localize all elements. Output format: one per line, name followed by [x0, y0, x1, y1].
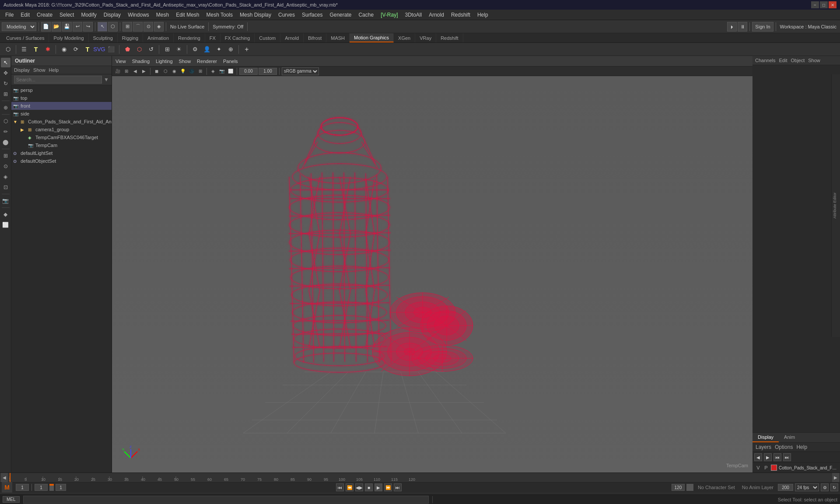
- outliner-menu-help[interactable]: Help: [49, 67, 59, 73]
- tab-animation[interactable]: Animation: [143, 33, 174, 42]
- lasso-tool-btn[interactable]: ⬡: [1, 116, 10, 126]
- go-to-start-btn[interactable]: ⏮: [336, 483, 344, 491]
- anim-prefs-btn[interactable]: ⚙: [821, 483, 829, 491]
- snap-point-button[interactable]: ⊙: [144, 22, 153, 32]
- snap-surface-btn[interactable]: ◈: [1, 172, 10, 182]
- tab-arnold[interactable]: Arnold: [280, 33, 304, 42]
- timeline-ruler[interactable]: 1 5 10 15 20 25 30 35 40 45 50 55 60 65: [8, 473, 832, 482]
- open-scene-button[interactable]: 📂: [52, 22, 61, 32]
- tab-motion-graphics[interactable]: Motion Graphics: [350, 33, 394, 42]
- show-btn[interactable]: Show: [808, 58, 820, 63]
- vp-far-clip-input[interactable]: [259, 68, 277, 75]
- outliner-search-input[interactable]: [14, 76, 102, 84]
- current-frame-input[interactable]: [16, 484, 29, 491]
- scale-tool-btn[interactable]: ⊞: [1, 89, 10, 99]
- tab-xgen[interactable]: XGen: [394, 33, 415, 42]
- tab-fx[interactable]: FX: [205, 33, 220, 42]
- shelf-icon-9[interactable]: ⬛: [106, 44, 116, 55]
- vp-fit-all-btn[interactable]: ⊞: [122, 67, 130, 75]
- menu-windows[interactable]: Windows: [124, 11, 153, 19]
- sign-in-button[interactable]: Sign In: [752, 22, 773, 32]
- layer-color-swatch[interactable]: [771, 465, 777, 471]
- menu-edit[interactable]: Edit: [17, 11, 33, 19]
- shelf-icon-14[interactable]: ☀: [174, 44, 184, 55]
- shelf-icon-11[interactable]: ⬡: [134, 44, 144, 55]
- tab-rendering[interactable]: Rendering: [174, 33, 205, 42]
- options-menu[interactable]: Options: [774, 444, 794, 451]
- outliner-item-camera1-group[interactable]: ▶ ⊞ camera1_group: [11, 126, 112, 133]
- vp-shadow-btn[interactable]: 🌑: [188, 67, 196, 75]
- play-fwd-btn[interactable]: ▶: [374, 483, 382, 491]
- tab-bifrost[interactable]: Bifrost: [304, 33, 326, 42]
- shelf-icon-10[interactable]: ⬟: [122, 44, 133, 55]
- shelf-icon-13[interactable]: ⊞: [162, 44, 172, 55]
- mel-input[interactable]: [23, 496, 429, 504]
- shelf-icon-4[interactable]: ✱: [42, 44, 53, 55]
- shelf-icon-15[interactable]: ⚙: [190, 44, 200, 55]
- timeline-playhead[interactable]: [10, 473, 10, 482]
- channels-btn[interactable]: Channels: [755, 58, 775, 63]
- object-btn[interactable]: Object: [791, 58, 805, 63]
- vp-next-frame-btn[interactable]: ▶: [140, 67, 148, 75]
- tab-redshift[interactable]: Redshift: [436, 33, 463, 42]
- vp-lighting-btn[interactable]: 💡: [179, 67, 187, 75]
- playback-controls-button[interactable]: ⏵: [727, 22, 737, 32]
- vp-colorspace-select[interactable]: sRGB gamma: [282, 67, 319, 75]
- play-back-btn[interactable]: ◀▶: [355, 483, 363, 491]
- menu-display[interactable]: Display: [100, 11, 124, 19]
- menu-curves[interactable]: Curves: [275, 11, 298, 19]
- outliner-item-front[interactable]: 📷 front: [11, 102, 112, 110]
- stop-btn[interactable]: ■: [365, 483, 373, 491]
- fps-select[interactable]: 24 fps: [795, 483, 819, 491]
- set-keyframe-btn[interactable]: ◆: [1, 210, 10, 219]
- sculpt-tool-btn[interactable]: ⬤: [1, 137, 10, 147]
- vp-wireframe-btn[interactable]: ⬡: [161, 67, 169, 75]
- outliner-item-default-light-set[interactable]: ⊙ defaultLightSet: [11, 149, 112, 157]
- menu-3dtoall[interactable]: 3DtoAll: [402, 11, 426, 19]
- rotate-tool-btn[interactable]: ↻: [1, 79, 10, 88]
- outliner-item-cotton-pads[interactable]: ▼ ⊞ Cotton_Pads_Stack_and_First_Aid_An: [11, 118, 112, 126]
- menu-file[interactable]: File: [2, 11, 17, 19]
- viewport-canvas[interactable]: TempCam X Y Z: [112, 76, 752, 472]
- shelf-icon-16[interactable]: 👤: [202, 44, 212, 55]
- layer-p-toggle[interactable]: P: [763, 465, 769, 470]
- undo-button[interactable]: ↩: [73, 22, 82, 32]
- new-scene-button[interactable]: 📄: [41, 22, 51, 32]
- lasso-select-button[interactable]: ⬡: [108, 22, 118, 32]
- menu-mesh-display[interactable]: Mesh Display: [236, 11, 275, 19]
- outliner-item-persp[interactable]: 📷 persp: [11, 86, 112, 94]
- shelf-icon-1[interactable]: ⬡: [3, 44, 13, 55]
- snap-view-btn[interactable]: ⊡: [1, 182, 10, 192]
- menu-arnold[interactable]: Arnold: [425, 11, 448, 19]
- vp-menu-show[interactable]: Show: [177, 59, 193, 64]
- shelf-icon-3[interactable]: T: [31, 44, 41, 55]
- vp-smooth-btn[interactable]: ◉: [170, 67, 178, 75]
- menu-surfaces[interactable]: Surfaces: [298, 11, 326, 19]
- help-menu[interactable]: Help: [795, 444, 808, 451]
- timeline-scroll-left[interactable]: ◀: [1, 473, 8, 482]
- vp-menu-panels[interactable]: Panels: [221, 59, 240, 64]
- layer-forward-btn[interactable]: ▶: [764, 453, 772, 461]
- outliner-search-dropdown[interactable]: ▼: [104, 77, 109, 83]
- shelf-icon-8[interactable]: SVG: [94, 44, 105, 55]
- display-tab[interactable]: Display: [752, 433, 779, 442]
- vp-isolate-btn[interactable]: ◈: [209, 67, 217, 75]
- outliner-item-top[interactable]: 📷 top: [11, 94, 112, 102]
- layers-menu[interactable]: Layers: [754, 444, 773, 451]
- vp-gate-btn[interactable]: ⬜: [227, 67, 234, 75]
- start-time-input[interactable]: [35, 484, 48, 491]
- tab-vray[interactable]: VRay: [415, 33, 436, 42]
- anim-tab[interactable]: Anim: [779, 433, 800, 442]
- shelf-icon-12[interactable]: ↺: [146, 44, 156, 55]
- menu-vray[interactable]: [V-Ray]: [377, 11, 401, 19]
- menu-modify[interactable]: Modify: [77, 11, 100, 19]
- edit-btn[interactable]: Edit: [779, 58, 787, 63]
- snap-curve-button[interactable]: ⌒: [133, 22, 143, 32]
- menu-create[interactable]: Create: [33, 11, 56, 19]
- vp-menu-renderer[interactable]: Renderer: [195, 59, 219, 64]
- auto-keyframe-btn[interactable]: ⬜: [1, 220, 10, 230]
- vp-shading-btn[interactable]: ◼: [153, 67, 161, 75]
- show-manipulator-btn[interactable]: ⊕: [1, 103, 10, 112]
- menu-generate[interactable]: Generate: [326, 11, 355, 19]
- vp-camera-btn[interactable]: 🎥: [114, 67, 122, 75]
